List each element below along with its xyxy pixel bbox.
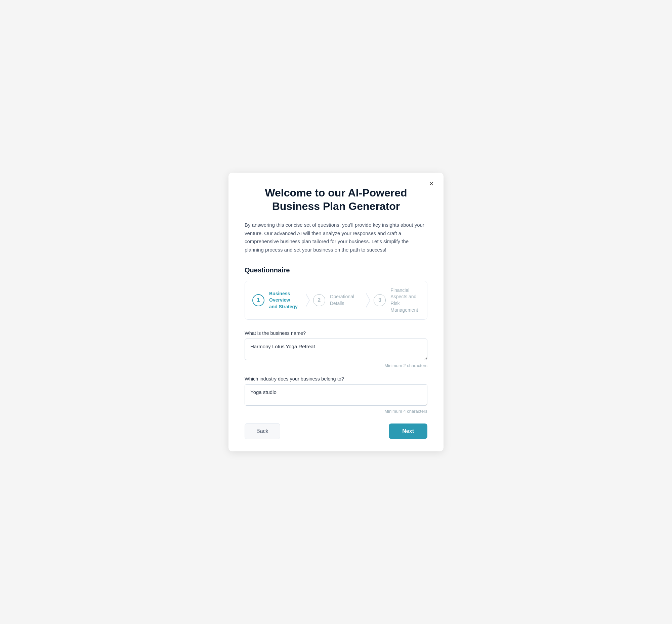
industry-label: Which industry does your business belong… (245, 376, 427, 382)
step-1[interactable]: 1 Business Overview and Strategy (245, 281, 306, 319)
step-2-number: 2 (313, 294, 325, 306)
step-1-number: 1 (252, 294, 265, 306)
next-button[interactable]: Next (389, 423, 427, 439)
step-1-label: Business Overview and Strategy (269, 290, 298, 310)
step-2[interactable]: 2 Operational Details (306, 281, 367, 319)
description-text: By answering this concise set of questio… (245, 221, 427, 254)
steps-bar: 1 Business Overview and Strategy 2 Opera… (245, 281, 427, 320)
questionnaire-heading: Questionnaire (245, 266, 427, 274)
industry-hint: Minimum 4 characters (245, 409, 427, 414)
business-name-hint: Minimum 2 characters (245, 363, 427, 368)
modal-container: × Welcome to our AI-Powered Business Pla… (228, 173, 444, 451)
business-name-input[interactable]: Harmony Lotus Yoga Retreat (245, 339, 427, 360)
back-button[interactable]: Back (245, 423, 280, 439)
step-2-label: Operational Details (330, 293, 359, 307)
step-3-label: Financial Aspects and Risk Management (391, 287, 420, 313)
business-name-group: What is the business name? Harmony Lotus… (245, 331, 427, 368)
page-title: Welcome to our AI-Powered Business Plan … (245, 186, 427, 213)
close-button[interactable]: × (426, 179, 436, 189)
step-3-number: 3 (374, 294, 386, 306)
step-3[interactable]: 3 Financial Aspects and Risk Management (366, 281, 427, 319)
industry-input[interactable]: Yoga studio (245, 384, 427, 406)
industry-group: Which industry does your business belong… (245, 376, 427, 414)
business-name-label: What is the business name? (245, 331, 427, 336)
footer-bar: Back Next (245, 423, 427, 439)
